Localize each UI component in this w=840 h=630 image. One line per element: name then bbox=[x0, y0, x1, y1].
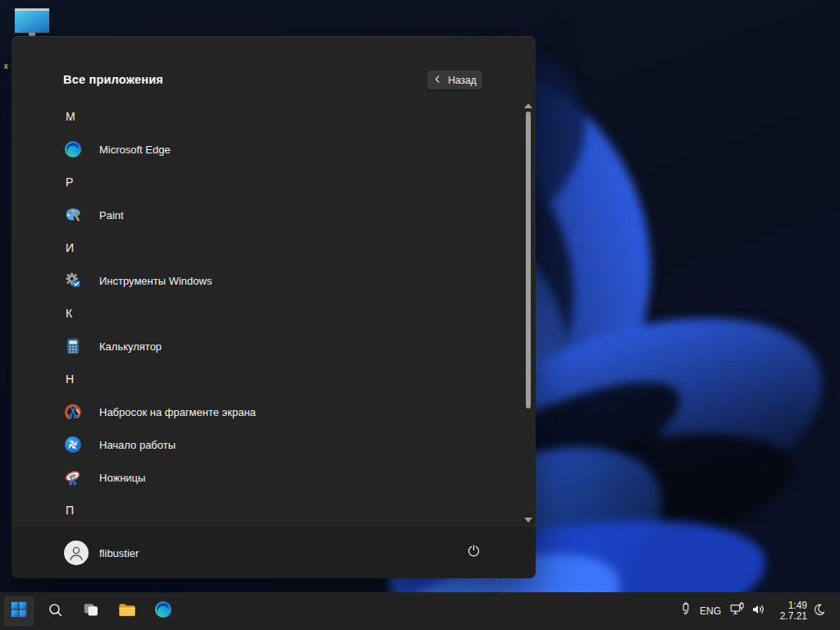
app-item[interactable]: Paint bbox=[11, 199, 515, 231]
all-apps-title: Все приложения bbox=[63, 73, 163, 86]
section-letter-label: Р bbox=[66, 176, 73, 189]
taskbar: ENG 1:49 2.7.21 bbox=[0, 592, 840, 630]
app-item[interactable]: Калькулятор bbox=[11, 330, 515, 363]
chevron-left-icon bbox=[433, 75, 442, 86]
app-item[interactable]: Набросок на фрагменте экрана bbox=[11, 395, 515, 428]
this-pc-icon bbox=[14, 7, 50, 37]
network-icon bbox=[729, 601, 746, 621]
back-button[interactable]: Назад bbox=[427, 71, 482, 89]
start-button[interactable] bbox=[4, 596, 34, 626]
snip-sketch-icon bbox=[63, 402, 83, 422]
search-icon bbox=[47, 601, 64, 622]
volume-icon bbox=[751, 601, 767, 621]
user-avatar-icon bbox=[64, 541, 89, 565]
snipping-tool-icon bbox=[63, 468, 83, 487]
app-item[interactable]: Microsoft Edge bbox=[11, 133, 515, 166]
file-explorer-button[interactable] bbox=[112, 596, 142, 626]
usb-tray-button[interactable] bbox=[676, 592, 696, 630]
clock-date: 2.7.21 bbox=[780, 611, 807, 623]
calculator-icon bbox=[63, 336, 83, 356]
scrollbar-down-arrow-icon[interactable] bbox=[524, 518, 532, 523]
scrollbar bbox=[523, 100, 533, 527]
file-explorer-icon bbox=[117, 600, 137, 623]
network-tray-button[interactable] bbox=[728, 592, 747, 630]
task-view-button[interactable] bbox=[76, 596, 106, 626]
usb-device-icon bbox=[678, 601, 694, 621]
section-letter-label: Н bbox=[66, 372, 74, 386]
app-item[interactable]: Начало работы bbox=[11, 428, 515, 461]
start-menu-footer: flibustier bbox=[11, 526, 536, 578]
user-name: flibustier bbox=[99, 547, 139, 559]
section-letter[interactable]: К bbox=[11, 297, 515, 330]
this-pc-desktop-icon[interactable] bbox=[14, 7, 50, 37]
windows-tools-icon bbox=[63, 271, 83, 290]
app-item[interactable]: Ножницы bbox=[11, 461, 515, 494]
windows-start-icon bbox=[10, 600, 28, 622]
search-button[interactable] bbox=[40, 596, 70, 626]
get-started-icon bbox=[63, 435, 83, 454]
language-indicator[interactable]: ENG bbox=[697, 592, 724, 630]
volume-tray-button[interactable] bbox=[749, 592, 769, 630]
section-letter-label: М bbox=[66, 110, 75, 123]
power-button[interactable] bbox=[459, 537, 488, 567]
night-mode-icon bbox=[811, 602, 827, 621]
edge-icon bbox=[63, 139, 83, 159]
section-letter-label: И bbox=[66, 241, 74, 254]
focus-assist-button[interactable] bbox=[809, 592, 829, 630]
clock[interactable]: 1:49 2.7.21 bbox=[769, 592, 807, 630]
section-letter[interactable]: Н bbox=[11, 363, 515, 395]
task-view-icon bbox=[82, 600, 100, 622]
section-letter-label: К bbox=[66, 307, 72, 320]
section-letter[interactable]: И bbox=[11, 231, 515, 264]
paint-icon bbox=[63, 205, 83, 225]
scrollbar-thumb[interactable] bbox=[526, 112, 531, 409]
app-list: МMicrosoft EdgeРPaintИИнструменты Window… bbox=[11, 100, 515, 527]
user-account-button[interactable]: flibustier bbox=[64, 541, 139, 565]
start-menu-panel: Все приложения Назад МMicrosoft EdgeРPai… bbox=[11, 36, 536, 578]
section-letter-label: П bbox=[66, 504, 74, 517]
edge-icon bbox=[153, 600, 173, 623]
app-item[interactable]: Инструменты Windows bbox=[11, 264, 515, 297]
edge-button[interactable] bbox=[148, 596, 178, 626]
section-letter[interactable]: Р bbox=[11, 166, 515, 199]
back-button-label: Назад bbox=[448, 75, 476, 86]
section-letter[interactable]: М bbox=[11, 100, 515, 133]
clock-time: 1:49 bbox=[788, 600, 807, 612]
power-icon bbox=[466, 543, 482, 562]
scrollbar-up-arrow-icon[interactable] bbox=[524, 103, 532, 108]
taskbar-buttons bbox=[4, 596, 178, 626]
desktop-icon-label-fragment: к bbox=[4, 61, 8, 71]
section-letter[interactable]: П bbox=[11, 494, 515, 527]
